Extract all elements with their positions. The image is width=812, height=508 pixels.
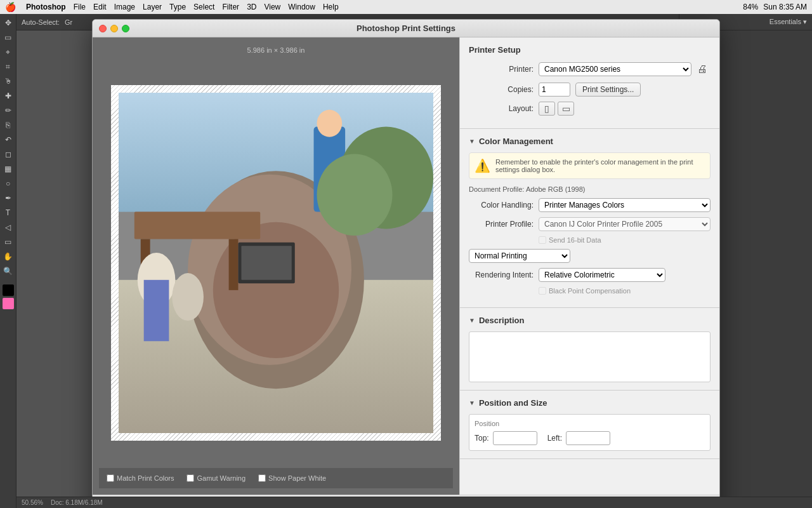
color-handling-field: Printer Manages Colors Photoshop Manages… <box>539 198 710 212</box>
black-point-row: Black Point Compensation <box>469 287 710 295</box>
printer-profile-field: Canon IJ Color Printer Profile 2005 <box>539 217 710 231</box>
dialog-title: Photoshop Print Settings <box>357 23 455 33</box>
printer-label: Printer: <box>469 65 539 74</box>
send-16bit-label: Send 16-bit Data <box>549 236 601 244</box>
color-warning-box: ⚠️ Remember to enable the printer's colo… <box>469 152 710 179</box>
menubar-filter[interactable]: Filter <box>222 3 239 11</box>
position-size-header: ▼ Position and Size <box>469 398 710 408</box>
apple-menu[interactable]: 🍎 <box>5 2 16 12</box>
left-field: Left: <box>547 431 610 445</box>
doc-profile-label: Document Profile: <box>469 185 524 193</box>
svg-rect-15 <box>144 280 169 341</box>
zoom-level: 50.56% <box>22 499 43 506</box>
clock: Sun 8:35 AM <box>763 3 807 11</box>
doc-size: Doc: 6.18M/6.18M <box>51 499 103 506</box>
menubar-select[interactable]: Select <box>193 3 214 11</box>
gamut-warning-input[interactable] <box>187 474 194 482</box>
portrait-button[interactable]: ▯ <box>539 102 555 116</box>
dialog-body: 5.986 in × 3.986 in <box>93 37 719 495</box>
description-title: Description <box>479 316 525 325</box>
position-box: Position Top: Left: <box>469 414 710 451</box>
print-settings-button[interactable]: Print Settings... <box>575 83 641 97</box>
canvas-ruler: 5.986 in × 3.986 in <box>99 44 453 57</box>
left-label: Left: <box>547 434 562 443</box>
match-print-colors-input[interactable] <box>107 474 114 482</box>
gamut-warning-checkbox[interactable]: Gamut Warning <box>187 474 246 482</box>
menubar-3d[interactable]: 3D <box>247 3 256 11</box>
normal-printing-select[interactable]: Normal Printing Hard Proofing <box>469 249 570 263</box>
svg-point-16 <box>172 273 204 321</box>
send-16bit-input <box>539 236 546 244</box>
color-management-title: Color Management <box>479 137 553 146</box>
maximize-button[interactable] <box>122 25 129 32</box>
color-management-section: ▼ Color Management ⚠️ Remember to enable… <box>460 129 719 308</box>
doc-profile-value: Adobe RGB (1998) <box>526 185 586 193</box>
menubar-view[interactable]: View <box>264 3 280 11</box>
printer-profile-row: Printer Profile: Canon IJ Color Printer … <box>469 217 710 231</box>
menubar-layer[interactable]: Layer <box>143 3 162 11</box>
rendering-intent-select[interactable]: Perceptual Relative Colorimetric Saturat… <box>539 268 665 282</box>
close-button[interactable] <box>99 25 107 32</box>
show-paper-white-checkbox[interactable]: Show Paper White <box>258 474 326 482</box>
description-area <box>469 331 710 382</box>
black-point-checkbox: Black Point Compensation <box>539 287 631 295</box>
menubar-photoshop[interactable]: Photoshop <box>26 3 66 11</box>
match-print-colors-checkbox[interactable]: Match Print Colors <box>107 474 174 482</box>
left-input[interactable] <box>566 431 610 445</box>
menubar-edit[interactable]: Edit <box>93 3 107 11</box>
normal-printing-row: Normal Printing Hard Proofing <box>469 249 710 263</box>
minimize-button[interactable] <box>110 25 118 32</box>
color-mgmt-collapse-icon[interactable]: ▼ <box>469 138 475 145</box>
top-label: Top: <box>475 434 489 443</box>
layout-buttons: ▯ ▭ <box>539 102 710 116</box>
show-paper-white-input[interactable] <box>258 474 266 482</box>
print-settings-dialog: Photoshop Print Settings 5.986 in × 3.98… <box>92 19 720 508</box>
menubar-type[interactable]: Type <box>169 3 186 11</box>
layout-row: Layout: ▯ ▭ <box>469 102 710 116</box>
menubar-window[interactable]: Window <box>288 3 315 11</box>
document-profile-row: Document Profile: Adobe RGB (1998) <box>469 185 710 193</box>
copies-row: Copies: Print Settings... <box>469 83 710 97</box>
position-size-section: ▼ Position and Size Position Top: Left: <box>460 391 719 459</box>
description-section: ▼ Description <box>460 308 719 391</box>
traffic-lights <box>99 25 129 32</box>
dialog-overlay: Photoshop Print Settings 5.986 in × 3.98… <box>0 14 812 508</box>
canvas-wrapper <box>99 58 453 468</box>
description-collapse-icon[interactable]: ▼ <box>469 317 475 324</box>
rendering-intent-label: Rendering Intent: <box>469 271 539 279</box>
copies-input[interactable] <box>539 83 570 97</box>
black-point-input <box>539 287 546 295</box>
settings-panel: Printer Setup Printer: Canon MG2500 seri… <box>459 37 719 495</box>
printer-select[interactable]: Canon MG2500 series <box>539 62 691 76</box>
printer-profile-label: Printer Profile: <box>469 220 539 229</box>
printer-icon-button[interactable]: 🖨 <box>694 61 710 77</box>
print-image-area <box>119 93 433 433</box>
printer-profile-select[interactable]: Canon IJ Color Printer Profile 2005 <box>539 217 710 231</box>
rendering-intent-field: Perceptual Relative Colorimetric Saturat… <box>539 268 710 282</box>
dialog-titlebar: Photoshop Print Settings <box>93 20 719 37</box>
color-management-header: ▼ Color Management <box>469 137 710 146</box>
rendering-intent-row: Rendering Intent: Perceptual Relative Co… <box>469 268 710 282</box>
battery-indicator: 84% <box>743 3 758 11</box>
position-size-collapse-icon[interactable]: ▼ <box>469 399 475 406</box>
menubar-file[interactable]: File <box>74 3 86 11</box>
printer-select-wrapper: Canon MG2500 series <box>539 62 691 76</box>
svg-rect-7 <box>229 239 239 290</box>
ps-status-bar: 50.56% Doc: 6.18M/6.18M <box>16 497 812 508</box>
menubar-help[interactable]: Help <box>323 3 339 11</box>
printer-field: Canon MG2500 series 🖨 <box>539 61 710 77</box>
canvas-area: 5.986 in × 3.986 in <box>93 37 459 495</box>
svg-rect-5 <box>134 212 260 239</box>
warning-text: Remember to enable the printer's color m… <box>495 158 705 173</box>
printer-setup-title: Printer Setup <box>469 45 521 55</box>
print-preview <box>111 85 441 441</box>
landscape-button[interactable]: ▭ <box>558 102 574 116</box>
send-16bit-row: Send 16-bit Data <box>469 236 710 244</box>
menubar-image[interactable]: Image <box>114 3 135 11</box>
position-subtitle: Position <box>475 420 705 427</box>
menubar-right: 84% Sun 8:35 AM <box>743 3 807 11</box>
color-handling-select[interactable]: Printer Manages Colors Photoshop Manages… <box>539 198 710 212</box>
top-input[interactable] <box>493 431 537 445</box>
copies-label: Copies: <box>469 85 539 94</box>
color-handling-label: Color Handling: <box>469 201 539 210</box>
